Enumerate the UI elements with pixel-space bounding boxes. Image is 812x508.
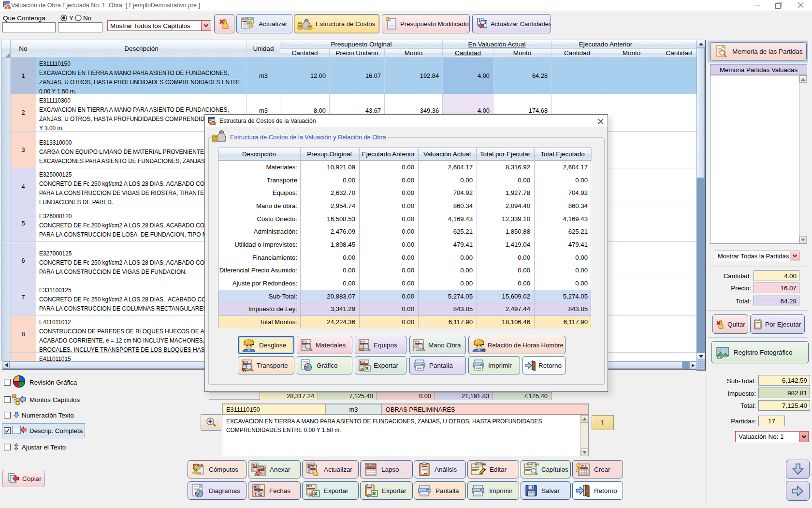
- svg-text:2: 2: [484, 20, 486, 25]
- svg-text:VALU: VALU: [310, 465, 317, 468]
- svg-text:IP-3: IP-3: [243, 360, 248, 363]
- svg-text:IP-3: IP-3: [254, 486, 259, 489]
- svg-text:1: 1: [478, 18, 480, 23]
- svg-text:IP-3: IP-3: [307, 485, 312, 488]
- svg-text:1: 1: [254, 492, 257, 496]
- svg-text:VAL: VAL: [366, 464, 372, 467]
- svg-text:VALU: VALU: [258, 466, 265, 469]
- svg-text:IP-3: IP-3: [252, 463, 257, 466]
- svg-text:IP-3: IP-3: [581, 464, 587, 467]
- svg-text:IP-3: IP-3: [243, 19, 246, 21]
- svg-text:IP-3: IP-3: [302, 340, 307, 343]
- svg-text:IP-3: IP-3: [360, 340, 365, 343]
- svg-text:IP-3: IP-3: [415, 340, 420, 343]
- svg-text:FEB: FEB: [372, 464, 377, 467]
- svg-text:EDITAR: EDITAR: [476, 463, 486, 466]
- svg-text:IP-3: IP-3: [360, 360, 365, 363]
- svg-text:CAPITULO: CAPITULO: [528, 463, 539, 466]
